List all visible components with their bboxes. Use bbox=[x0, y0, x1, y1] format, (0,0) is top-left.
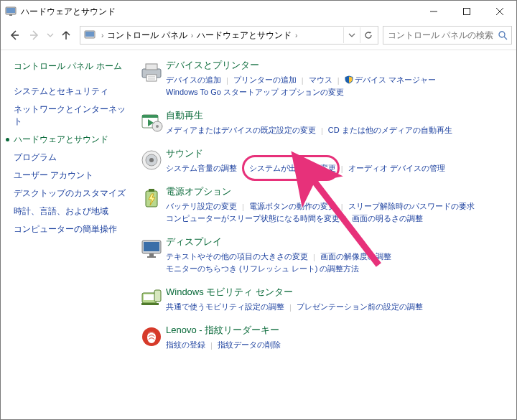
search-box[interactable] bbox=[383, 26, 512, 45]
maximize-button[interactable] bbox=[450, 1, 483, 22]
link-display-0-0[interactable]: テキストやその他の項目の大きさの変更 bbox=[166, 251, 308, 262]
forward-button[interactable] bbox=[25, 26, 44, 45]
link-sound-0-1[interactable]: システムが出す音の変更 bbox=[249, 163, 336, 174]
sidebar-item-hardware-sound[interactable]: ハードウェアとサウンド bbox=[14, 131, 127, 149]
divider: | bbox=[210, 341, 213, 350]
sidebar-item-user-accounts[interactable]: ユーザー アカウント bbox=[14, 167, 127, 185]
divider: | bbox=[242, 164, 244, 173]
recent-dropdown[interactable] bbox=[45, 26, 55, 45]
chevron-right-icon[interactable]: › bbox=[101, 32, 103, 39]
svg-line-12 bbox=[504, 37, 507, 39]
breadcrumb[interactable]: › コントロール パネル › ハードウェアとサウンド › bbox=[80, 26, 378, 45]
up-button[interactable] bbox=[57, 26, 75, 45]
sidebar-item-clock-language-region[interactable]: 時計、言語、および地域 bbox=[14, 202, 127, 220]
link-power-0-0[interactable]: バッテリ設定の変更 bbox=[166, 201, 237, 212]
svg-rect-2 bbox=[9, 14, 12, 16]
link-sound-0-2[interactable]: オーディオ デバイスの管理 bbox=[348, 163, 445, 174]
sidebar-item-system-security[interactable]: システムとセキュリティ bbox=[14, 83, 127, 101]
divider: | bbox=[242, 202, 244, 211]
mobility-icon bbox=[137, 286, 166, 314]
link-lenovo-0-1[interactable]: 指紋データの削除 bbox=[218, 340, 281, 350]
section-title-devices[interactable]: デバイスとプリンター bbox=[166, 59, 505, 72]
chevron-right-icon[interactable]: › bbox=[295, 32, 297, 39]
printer-devices-icon bbox=[137, 59, 166, 99]
svg-rect-31 bbox=[149, 253, 154, 256]
link-mobility-0-1[interactable]: プレゼンテーション前の設定の調整 bbox=[297, 302, 423, 312]
svg-point-22 bbox=[156, 125, 159, 128]
svg-rect-19 bbox=[142, 115, 158, 118]
section-devices: デバイスとプリンターデバイスの追加|プリンターの追加|マウス|デバイス マネージ… bbox=[137, 59, 505, 99]
sidebar: コントロール パネル ホーム システムとセキュリティ ネットワークとインターネッ… bbox=[1, 50, 133, 419]
back-button[interactable] bbox=[5, 26, 24, 45]
svg-rect-32 bbox=[147, 256, 156, 258]
minimize-button[interactable] bbox=[417, 1, 450, 22]
divider: | bbox=[226, 76, 228, 85]
monitor-icon bbox=[137, 235, 166, 276]
titlebar: ハードウェアとサウンド bbox=[1, 1, 516, 22]
address-dropdown[interactable] bbox=[343, 27, 360, 43]
link-lenovo-0-0[interactable]: 指紋の登録 bbox=[166, 340, 205, 350]
chevron-right-icon[interactable]: › bbox=[191, 32, 193, 39]
sidebar-item-ease-of-access[interactable]: コンピューターの簡単操作 bbox=[14, 220, 127, 238]
search-input[interactable] bbox=[386, 29, 497, 41]
section-title-mobility[interactable]: Windows モビリティ センター bbox=[166, 286, 505, 299]
link-power-0-2[interactable]: スリープ解除時のパスワードの要求 bbox=[348, 201, 475, 212]
section-title-lenovo[interactable]: Lenovo - 指紋リーダーキー bbox=[166, 324, 505, 337]
svg-rect-4 bbox=[464, 9, 470, 15]
section-title-power[interactable]: 電源オプション bbox=[166, 185, 505, 198]
svg-rect-14 bbox=[146, 64, 157, 70]
section-title-sound[interactable]: サウンド bbox=[166, 147, 505, 160]
section-display: ディスプレイテキストやその他の項目の大きさの変更|画面の解像度の調整モニターのち… bbox=[137, 235, 505, 276]
link-mobility-0-0[interactable]: 共通で使うモビリティ設定の調整 bbox=[166, 302, 284, 312]
body: コントロール パネル ホーム システムとセキュリティ ネットワークとインターネッ… bbox=[1, 50, 516, 419]
window-title: ハードウェアとサウンド bbox=[21, 6, 116, 18]
link-power-1-0[interactable]: コンピューターがスリープ状態になる時間を変更 bbox=[166, 213, 340, 224]
link-sound-0-0[interactable]: システム音量の調整 bbox=[166, 163, 237, 174]
link-display-0-1[interactable]: 画面の解像度の調整 bbox=[320, 251, 391, 262]
sidebar-home[interactable]: コントロール パネル ホーム bbox=[14, 60, 127, 73]
fingerprint-icon bbox=[137, 324, 166, 352]
section-power: 電源オプションバッテリ設定の変更|電源ボタンの動作の変更|スリープ解除時のパスワ… bbox=[137, 185, 505, 225]
section-sound: サウンドシステム音量の調整|システムが出す音の変更|オーディオ デバイスの管理 bbox=[137, 147, 505, 175]
divider: | bbox=[345, 215, 347, 223]
refresh-button[interactable] bbox=[360, 27, 376, 43]
svg-rect-27 bbox=[149, 189, 154, 192]
link-devices-0-2[interactable]: マウス bbox=[309, 75, 332, 85]
control-panel-window: ハードウェアとサウンド › コントロール パネル bbox=[0, 0, 517, 420]
speaker-icon bbox=[137, 147, 166, 175]
link-devices-1-0[interactable]: Windows To Go スタートアップ オプションの変更 bbox=[166, 87, 344, 98]
link-devices-0-1[interactable]: プリンターの追加 bbox=[233, 75, 297, 85]
close-button[interactable] bbox=[483, 1, 516, 22]
svg-point-11 bbox=[499, 32, 505, 37]
sidebar-item-network[interactable]: ネットワークとインターネット bbox=[14, 101, 127, 131]
breadcrumb-icon bbox=[84, 29, 96, 41]
control-panel-icon bbox=[5, 6, 17, 17]
svg-rect-30 bbox=[144, 242, 159, 251]
search-icon[interactable] bbox=[497, 31, 508, 40]
link-display-1-0[interactable]: モニターのちらつき (リフレッシュ レート) の調整方法 bbox=[166, 263, 360, 274]
link-autoplay-0-1[interactable]: CD または他のメディアの自動再生 bbox=[328, 125, 452, 136]
svg-rect-15 bbox=[146, 75, 157, 81]
breadcrumb-control-panel[interactable]: コントロール パネル bbox=[106, 29, 187, 42]
link-devices-0-3[interactable]: デバイス マネージャー bbox=[345, 75, 436, 85]
section-title-autoplay[interactable]: 自動再生 bbox=[166, 109, 505, 122]
link-devices-0-0[interactable]: デバイスの追加 bbox=[166, 75, 221, 85]
annotation-arrow bbox=[133, 50, 516, 419]
link-power-0-1[interactable]: 電源ボタンの動作の変更 bbox=[249, 201, 336, 212]
divider: | bbox=[341, 164, 343, 173]
link-power-1-1[interactable]: 画面の明るさの調整 bbox=[352, 213, 423, 224]
divider: | bbox=[321, 126, 323, 135]
svg-rect-36 bbox=[154, 290, 161, 302]
svg-rect-1 bbox=[6, 8, 15, 13]
divider: | bbox=[289, 303, 292, 312]
section-mobility: Windows モビリティ センター共通で使うモビリティ設定の調整|プレゼンテー… bbox=[137, 286, 505, 314]
section-lenovo: Lenovo - 指紋リーダーキー指紋の登録|指紋データの削除 bbox=[137, 324, 505, 352]
section-autoplay: 自動再生メディアまたはデバイスの既定設定の変更|CD または他のメディアの自動再… bbox=[137, 109, 505, 137]
divider: | bbox=[341, 202, 343, 211]
breadcrumb-hardware-sound[interactable]: ハードウェアとサウンド bbox=[196, 29, 292, 42]
svg-point-38 bbox=[147, 332, 156, 343]
sidebar-item-desktop-customize[interactable]: デスクトップのカスタマイズ bbox=[14, 185, 127, 202]
sidebar-item-programs[interactable]: プログラム bbox=[14, 149, 127, 167]
link-autoplay-0-0[interactable]: メディアまたはデバイスの既定設定の変更 bbox=[166, 125, 316, 136]
section-title-display[interactable]: ディスプレイ bbox=[166, 235, 505, 248]
